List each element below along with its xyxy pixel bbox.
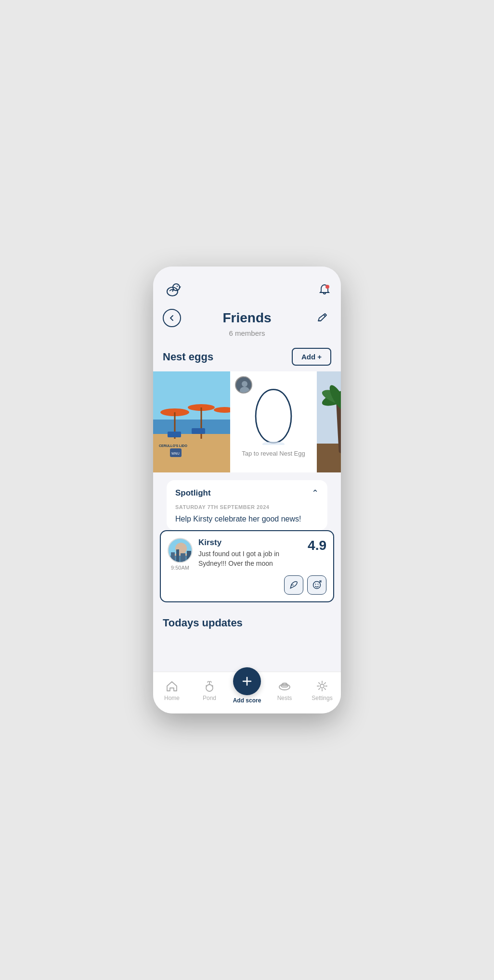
nest-egg-left[interactable]: WNU CERULLO'S LIDO bbox=[153, 371, 230, 472]
nav-label-add-score: Add score bbox=[233, 697, 261, 704]
nav-label-nests: Nests bbox=[277, 695, 292, 701]
svg-point-52 bbox=[206, 685, 213, 691]
egg-reveal-text: Tap to reveal Nest Egg bbox=[242, 450, 305, 457]
svg-rect-46 bbox=[181, 553, 185, 562]
pond-icon bbox=[203, 679, 216, 693]
post-avatar-wrap: 9:50AM bbox=[168, 538, 193, 571]
svg-point-48 bbox=[313, 582, 321, 589]
nav-label-pond: Pond bbox=[203, 695, 216, 701]
spotlight-message: Help Kirsty celebrate her good news! bbox=[167, 513, 327, 530]
nav-label-home: Home bbox=[164, 695, 180, 701]
duck-logo bbox=[163, 279, 184, 300]
nest-eggs-header: Nest eggs Add + bbox=[153, 343, 341, 371]
nav-item-home[interactable]: Home bbox=[157, 679, 186, 701]
post-author-name: Kirsty bbox=[198, 538, 297, 547]
svg-point-49 bbox=[315, 584, 316, 585]
svg-point-3 bbox=[177, 286, 178, 287]
egg-user-avatar bbox=[235, 376, 252, 394]
header-section: Friends bbox=[153, 305, 341, 329]
spotlight-container: Spotlight ⌃ SATURDAY 7TH SEPTEMBER 2024 … bbox=[160, 480, 334, 530]
nav-item-settings[interactable]: Settings bbox=[308, 679, 337, 701]
palm-image-right bbox=[317, 371, 341, 472]
svg-text:CERULLO'S LIDO: CERULLO'S LIDO bbox=[159, 444, 187, 447]
spotlight-title: Spotlight bbox=[175, 488, 211, 498]
spotlight-chevron-icon: ⌃ bbox=[312, 488, 319, 498]
add-nest-egg-button[interactable]: Add + bbox=[292, 348, 331, 366]
svg-text:WNU: WNU bbox=[171, 452, 180, 455]
settings-icon bbox=[315, 679, 329, 693]
content-area: Nest eggs Add + bbox=[153, 343, 341, 672]
page-title: Friends bbox=[181, 310, 313, 326]
add-score-button[interactable] bbox=[233, 667, 261, 695]
svg-point-21 bbox=[262, 441, 285, 445]
svg-rect-47 bbox=[187, 551, 191, 562]
post-text: Just found out I got a job in Sydney!!! … bbox=[198, 549, 297, 568]
beach-image-left: WNU CERULLO'S LIDO bbox=[153, 371, 230, 472]
post-top: 9:50AM Kirsty Just found out I got a job… bbox=[168, 538, 326, 571]
top-bar bbox=[153, 273, 341, 305]
nest-eggs-carousel: WNU CERULLO'S LIDO bbox=[153, 371, 341, 472]
egg-outline bbox=[249, 387, 298, 445]
home-icon bbox=[165, 679, 179, 693]
bottom-navigation: Home Pond bbox=[153, 672, 341, 713]
svg-rect-13 bbox=[168, 432, 181, 437]
svg-rect-45 bbox=[176, 549, 179, 562]
nest-egg-center[interactable]: Tap to reveal Nest Egg bbox=[230, 371, 317, 472]
notification-bell[interactable] bbox=[318, 283, 331, 296]
nests-icon bbox=[278, 679, 291, 693]
svg-rect-7 bbox=[153, 434, 230, 472]
spotlight-date: SATURDAY 7TH SEPTEMBER 2024 bbox=[167, 504, 327, 513]
nest-egg-right[interactable] bbox=[317, 371, 341, 472]
emoji-action-button[interactable] bbox=[307, 575, 326, 595]
back-button[interactable] bbox=[163, 309, 181, 327]
svg-point-4 bbox=[325, 285, 329, 289]
svg-point-57 bbox=[320, 684, 324, 688]
post-time: 9:50AM bbox=[171, 565, 189, 571]
post-actions bbox=[168, 575, 326, 595]
svg-point-50 bbox=[318, 584, 319, 585]
edit-button[interactable] bbox=[313, 309, 331, 327]
nest-eggs-title: Nest eggs bbox=[163, 351, 213, 363]
todays-updates: Todays updates bbox=[153, 609, 341, 633]
nav-item-add-score[interactable]: Add score bbox=[233, 677, 261, 704]
nav-item-nests[interactable]: Nests bbox=[270, 679, 299, 701]
status-bar bbox=[153, 267, 341, 273]
svg-rect-23 bbox=[317, 444, 341, 472]
todays-updates-title: Todays updates bbox=[163, 617, 243, 629]
nav-label-settings: Settings bbox=[312, 695, 332, 701]
svg-rect-14 bbox=[192, 428, 205, 434]
spotlight-section: Spotlight ⌃ SATURDAY 7TH SEPTEMBER 2024 … bbox=[167, 480, 327, 530]
nav-item-pond[interactable]: Pond bbox=[195, 679, 224, 701]
spotlight-header[interactable]: Spotlight ⌃ bbox=[167, 480, 327, 504]
bottom-spacer bbox=[153, 633, 341, 672]
feather-action-button[interactable] bbox=[284, 575, 303, 595]
phone-frame: Friends 6 members Nest eggs Add + bbox=[153, 267, 341, 713]
members-count: 6 members bbox=[153, 329, 341, 343]
svg-rect-44 bbox=[171, 552, 175, 562]
post-score: 4.9 bbox=[303, 538, 326, 553]
svg-point-19 bbox=[242, 381, 247, 387]
post-avatar bbox=[168, 538, 193, 563]
post-content: Kirsty Just found out I got a job in Syd… bbox=[198, 538, 297, 568]
post-card: 9:50AM Kirsty Just found out I got a job… bbox=[160, 530, 334, 602]
